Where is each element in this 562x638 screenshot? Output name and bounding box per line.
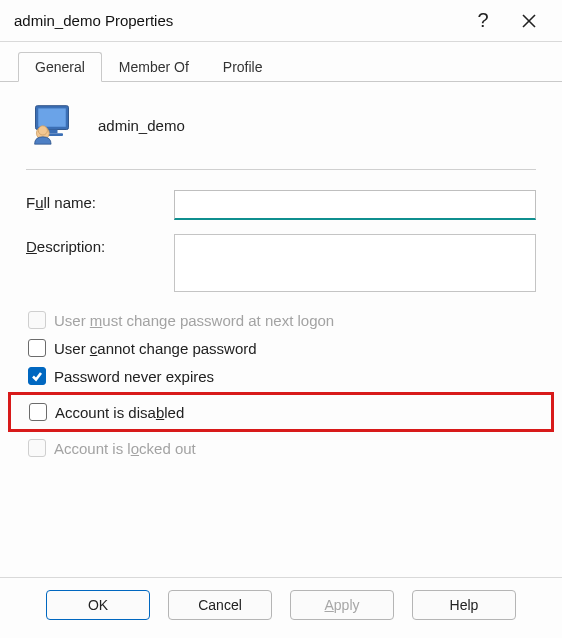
full-name-label: Full name: <box>26 190 174 211</box>
account-locked-checkbox <box>28 439 46 457</box>
password-never-expires-checkbox[interactable] <box>28 367 46 385</box>
account-disabled-checkbox[interactable] <box>29 403 47 421</box>
cannot-change-password-label: User cannot change password <box>54 340 257 357</box>
account-disabled-label: Account is disabled <box>55 404 184 421</box>
window-title: admin_demo Properties <box>14 12 460 29</box>
svg-rect-3 <box>38 108 66 126</box>
account-header: admin_demo <box>26 98 536 167</box>
tab-general[interactable]: General <box>18 52 102 82</box>
cannot-change-password-checkbox[interactable] <box>28 339 46 357</box>
account-username: admin_demo <box>98 117 185 134</box>
apply-button: Apply <box>290 590 394 620</box>
titlebar: admin_demo Properties ? <box>0 0 562 42</box>
cannot-change-password-row[interactable]: User cannot change password <box>26 334 536 362</box>
tab-profile[interactable]: Profile <box>206 52 280 81</box>
must-change-password-label: User must change password at next logon <box>54 312 334 329</box>
checkbox-group: User must change password at next logon … <box>26 306 536 462</box>
help-button-bottom[interactable]: Help <box>412 590 516 620</box>
description-input[interactable] <box>174 234 536 292</box>
checkmark-icon <box>31 370 43 382</box>
user-monitor-icon <box>30 102 74 149</box>
account-locked-label: Account is locked out <box>54 440 196 457</box>
password-never-expires-row[interactable]: Password never expires <box>26 362 536 390</box>
tab-member-of[interactable]: Member Of <box>102 52 206 81</box>
password-never-expires-label: Password never expires <box>54 368 214 385</box>
svg-point-7 <box>38 126 47 135</box>
close-icon <box>522 14 536 28</box>
divider <box>26 169 536 170</box>
description-row: Description: <box>26 234 536 292</box>
account-locked-row: Account is locked out <box>26 434 536 462</box>
tab-content: admin_demo Full name: Description: User … <box>0 82 562 577</box>
properties-dialog: admin_demo Properties ? General Member O… <box>0 0 562 638</box>
tab-bar: General Member Of Profile <box>0 42 562 82</box>
must-change-password-row: User must change password at next logon <box>26 306 536 334</box>
full-name-input[interactable] <box>174 190 536 220</box>
account-disabled-row[interactable]: Account is disabled <box>27 398 535 426</box>
close-button[interactable] <box>506 0 552 42</box>
dialog-button-bar: OK Cancel Apply Help <box>0 577 562 638</box>
must-change-password-checkbox <box>28 311 46 329</box>
ok-button[interactable]: OK <box>46 590 150 620</box>
help-button[interactable]: ? <box>460 0 506 42</box>
highlight-annotation: Account is disabled <box>8 392 554 432</box>
cancel-button[interactable]: Cancel <box>168 590 272 620</box>
full-name-row: Full name: <box>26 190 536 220</box>
description-label: Description: <box>26 234 174 255</box>
